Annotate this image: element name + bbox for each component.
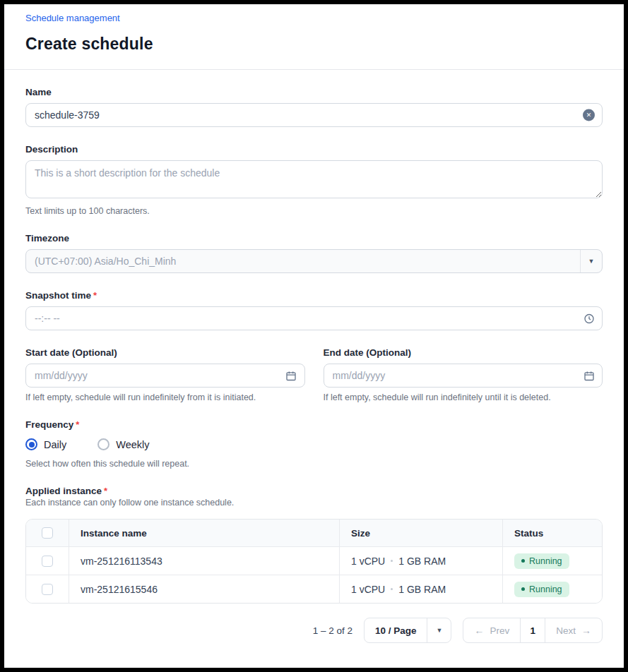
snapshot-time-input-wrap — [25, 306, 603, 330]
required-asterisk: * — [104, 486, 107, 496]
frequency-helper: Select how often this schedule will repe… — [25, 459, 603, 469]
status-badge: Running — [514, 553, 569, 569]
start-date-helper: If left empty, schedule will run indefin… — [25, 392, 305, 402]
clear-name-icon[interactable]: ✕ — [583, 109, 595, 121]
timezone-select[interactable]: (UTC+07:00) Asia/Ho_Chi_Minh ▼ — [25, 249, 603, 273]
end-date-input[interactable] — [324, 364, 603, 388]
arrow-right-icon: → — [581, 625, 591, 635]
end-date-label: End date (Optional) — [324, 347, 603, 358]
size-cpu: 1 vCPU — [351, 556, 385, 567]
prev-page-button[interactable]: ← Prev — [463, 618, 520, 642]
applied-instance-helper: Each instance can only follow one instan… — [25, 498, 603, 508]
dot-separator — [391, 588, 393, 590]
table-row: vm-251216113543 1 vCPU 1 GB RAM Running — [26, 546, 602, 575]
arrow-left-icon: ← — [474, 625, 484, 635]
status-badge: Running — [514, 582, 569, 597]
start-date-input[interactable] — [25, 364, 305, 388]
size-cell: 1 vCPU 1 GB RAM — [339, 575, 502, 603]
frequency-section: Frequency * Daily Weekly Select how ofte… — [25, 419, 603, 469]
status-dot-icon — [521, 559, 525, 563]
end-date-helper: If left empty, schedule will run indefin… — [324, 392, 603, 402]
frequency-label-text: Frequency — [25, 419, 73, 430]
name-label: Name — [25, 87, 603, 97]
page-size-value: 10 / Page — [365, 618, 427, 642]
required-asterisk: * — [93, 290, 97, 301]
page-number-1[interactable]: 1 — [520, 618, 545, 642]
header-status: Status — [502, 520, 602, 546]
create-schedule-form: Name ✕ Description Text limits up to 100… — [4, 70, 624, 653]
radio-option-weekly[interactable]: Weekly — [97, 438, 149, 450]
select-all-checkbox[interactable] — [42, 527, 53, 539]
applied-instance-label: Applied instance * — [25, 486, 603, 496]
chevron-down-icon: ▼ — [437, 627, 443, 634]
snapshot-time-label: Snapshot time * — [25, 290, 603, 301]
row-checkbox[interactable] — [42, 556, 53, 567]
size-cell: 1 vCPU 1 GB RAM — [339, 547, 502, 575]
clock-icon[interactable] — [583, 313, 595, 325]
instance-name-cell: vm-251216113543 — [69, 547, 339, 575]
size-ram: 1 GB RAM — [398, 584, 446, 595]
breadcrumb-schedule-management[interactable]: Schedule management — [25, 13, 120, 23]
start-date-input-wrap — [25, 364, 305, 388]
row-checkbox-cell — [26, 547, 69, 575]
start-date-section: Start date (Optional) If left empty, sch… — [25, 347, 305, 402]
row-checkbox[interactable] — [42, 584, 53, 595]
name-input[interactable] — [25, 103, 603, 127]
description-textarea[interactable] — [25, 160, 603, 198]
row-checkbox-cell — [26, 575, 69, 603]
frequency-radio-group: Daily Weekly — [25, 438, 603, 450]
snapshot-time-section: Snapshot time * — [25, 290, 603, 330]
name-section: Name ✕ — [25, 87, 603, 127]
timezone-selected-value: (UTC+07:00) Asia/Ho_Chi_Minh — [26, 250, 580, 272]
description-helper: Text limits up to 100 characters. — [25, 206, 603, 216]
create-schedule-page: Schedule management Create schedule Name… — [0, 0, 628, 672]
page-size-select[interactable]: 10 / Page ▼ — [364, 618, 452, 643]
dates-row: Start date (Optional) If left empty, sch… — [25, 347, 603, 402]
timezone-section: Timezone (UTC+07:00) Asia/Ho_Chi_Minh ▼ — [25, 233, 603, 273]
status-cell: Running — [502, 547, 602, 575]
description-section: Description Text limits up to 100 charac… — [25, 144, 603, 216]
applied-instance-label-text: Applied instance — [25, 486, 102, 496]
applied-instance-section: Applied instance * Each instance can onl… — [25, 486, 603, 653]
calendar-icon[interactable] — [583, 370, 595, 382]
status-text: Running — [529, 584, 562, 594]
table-row: vm-25121615546 1 vCPU 1 GB RAM Running — [26, 575, 602, 603]
radio-selected-icon — [25, 438, 37, 450]
radio-daily-label: Daily — [44, 439, 66, 450]
prev-label: Prev — [490, 625, 509, 636]
name-input-wrap: ✕ — [25, 103, 603, 127]
status-text: Running — [529, 556, 562, 566]
table-header-row: Instance name Size Status — [26, 520, 602, 546]
radio-option-daily[interactable]: Daily — [25, 438, 66, 450]
pager: ← Prev 1 Next → — [463, 618, 603, 643]
timezone-label: Timezone — [25, 233, 603, 244]
size-cpu: 1 vCPU — [351, 584, 385, 595]
dot-separator — [391, 560, 393, 562]
chevron-down-icon: ▼ — [588, 258, 595, 265]
end-date-input-wrap — [324, 364, 603, 388]
status-cell: Running — [502, 575, 602, 603]
radio-weekly-label: Weekly — [116, 439, 149, 450]
next-page-button[interactable]: Next → — [545, 618, 602, 642]
next-label: Next — [556, 625, 576, 636]
calendar-icon[interactable] — [285, 370, 297, 382]
status-dot-icon — [521, 587, 525, 591]
instance-table: Instance name Size Status vm-25121611354… — [25, 519, 603, 604]
radio-unselected-icon — [97, 438, 109, 450]
instance-name-cell: vm-25121615546 — [69, 575, 339, 603]
header-instance-name: Instance name — [69, 520, 339, 546]
timezone-dropdown-button[interactable]: ▼ — [580, 250, 602, 272]
page-header: Schedule management Create schedule — [4, 4, 624, 54]
start-date-label: Start date (Optional) — [25, 347, 305, 358]
header-size: Size — [339, 520, 502, 546]
pagination-range: 1 – 2 of 2 — [313, 625, 352, 636]
header-checkbox-cell — [26, 520, 69, 546]
snapshot-time-label-text: Snapshot time — [25, 290, 91, 301]
description-label: Description — [25, 144, 603, 155]
end-date-section: End date (Optional) If left empty, sched… — [324, 347, 603, 402]
frequency-label: Frequency * — [25, 419, 603, 430]
page-size-dropdown-button[interactable]: ▼ — [427, 618, 451, 642]
snapshot-time-input[interactable] — [25, 306, 603, 330]
page-title: Create schedule — [25, 35, 603, 54]
pagination: 1 – 2 of 2 10 / Page ▼ ← Prev 1 Next — [25, 618, 603, 653]
